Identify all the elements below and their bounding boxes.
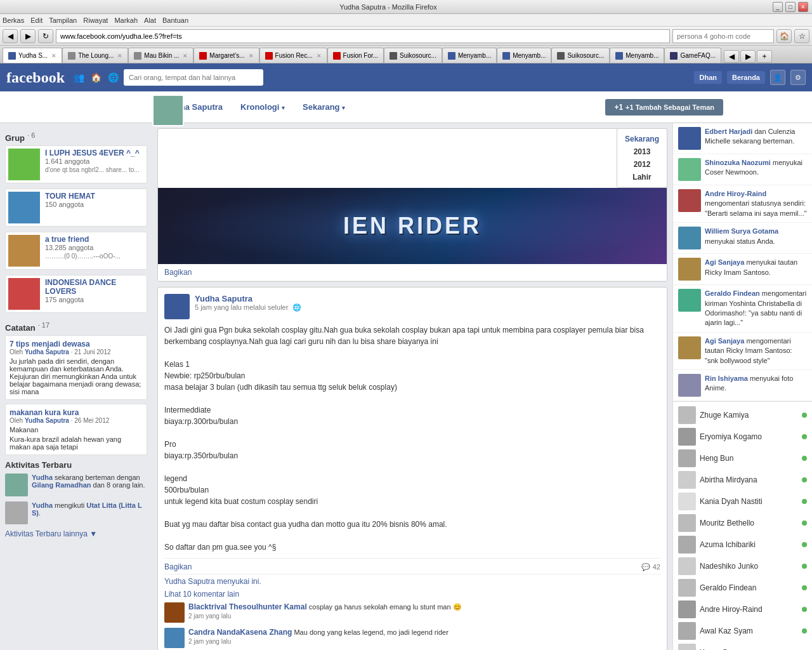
fb-friends-icon[interactable]: 👤 — [770, 70, 785, 85]
fb-home-button[interactable]: Beranda — [727, 71, 765, 84]
tab-scroll-right[interactable]: ▶ — [740, 50, 756, 63]
tab-mau-bikin[interactable]: Mau Bikin ... ✕ — [128, 48, 193, 63]
af-name[interactable]: Agi Sanjaya — [705, 258, 744, 266]
browser-tabs: Yudha S... ✕ The Loung... ✕ Mau Bikin ..… — [0, 46, 812, 63]
window-controls[interactable]: _ □ ✕ — [773, 2, 808, 12]
online-name[interactable]: Andre Hiroy-Raind — [700, 605, 798, 614]
online-name[interactable]: Nadeshiko Junko — [700, 562, 798, 571]
restore-button[interactable]: □ — [785, 2, 796, 12]
online-name[interactable]: Kania Dyah Nastiti — [700, 497, 798, 506]
address-bar[interactable] — [56, 29, 670, 43]
af-name[interactable]: Williem Surya Gotama — [705, 227, 778, 235]
fb-profile-nav: Yudha Saputra Kronologi ▾ Sekarang ▾ +1 … — [0, 91, 812, 123]
close-button[interactable]: ✕ — [798, 2, 808, 12]
activity-link[interactable]: Yudha — [32, 501, 53, 509]
tab-scroll-left[interactable]: ◀ — [724, 50, 739, 63]
tab-fusion-for[interactable]: Fusion For... — [327, 48, 384, 63]
tab-yudha[interactable]: Yudha S... ✕ — [3, 48, 62, 63]
fb-search[interactable] — [124, 69, 263, 86]
tab-menyamb3[interactable]: Menyamb... — [610, 48, 664, 63]
note-author[interactable]: Yudha Saputra — [25, 348, 69, 355]
timeline-years-box: Sekarang 2013 2012 Lahir — [617, 128, 667, 188]
bookmark-button[interactable]: ☆ — [794, 29, 809, 43]
post-avatar — [164, 294, 190, 319]
refresh-button[interactable]: ↻ — [38, 29, 53, 43]
note-content: Ju jurlah pada diri sendiri, dengan kema… — [10, 357, 143, 395]
menu-tampilan[interactable]: Tampilan — [49, 17, 77, 24]
note-title[interactable]: 7 tips menjadi dewasa — [10, 340, 143, 348]
profile-kronologi-tab[interactable]: Kronologi ▾ — [233, 97, 292, 117]
menu-riwayat[interactable]: Riwayat — [83, 17, 108, 24]
profile-sekarang-tab[interactable]: Sekarang ▾ — [295, 97, 353, 117]
like-text[interactable]: Yudha Saputra menyukai ini. — [164, 577, 660, 586]
menu-bantuan[interactable]: Bantuan — [162, 17, 188, 24]
tab-gamefaq[interactable]: GameFAQ... — [664, 48, 721, 63]
globe-icon: 🌐 — [292, 303, 301, 311]
add-friend-button[interactable]: +1 +1 Tambah Sebagai Teman — [605, 99, 723, 116]
activity-person-link[interactable]: Gilang Ramadhan — [32, 481, 91, 489]
fb-settings-icon[interactable]: ⚙ — [790, 70, 806, 85]
af-name[interactable]: Geraldo Findean — [705, 289, 760, 297]
tab-suiko1[interactable]: Suikosourc... — [384, 48, 442, 63]
fb-user-button[interactable]: Dhan — [694, 71, 722, 84]
post-footer: Bagikan 💬 42 — [164, 558, 660, 571]
note-title[interactable]: makanan kura kura — [10, 408, 143, 417]
comment-icon: 💬 — [641, 563, 650, 571]
online-name[interactable]: Zhuge Kamiya — [700, 411, 798, 420]
tab-fusion-rec[interactable]: Fusion Rec... ✕ — [259, 48, 327, 63]
af-item: Williem Surya Gotama menyukai status And… — [673, 223, 812, 254]
tab-lounge[interactable]: The Loung... ✕ — [62, 48, 128, 63]
menu-markah[interactable]: Markah — [114, 17, 138, 24]
back-button[interactable]: ◀ — [3, 29, 18, 43]
comment-user[interactable]: Blacktrival Thesoulhunter Kamal — [188, 602, 307, 611]
fb-main: Grup · 6 I LUPH JESUS 4EVER ^_^ 1.641 an… — [0, 123, 812, 650]
online-name[interactable]: Eryomiya Kogamo — [700, 432, 798, 441]
globe-icon: 🌐 — [108, 72, 119, 83]
group-name[interactable]: TOUR HEMAT — [45, 192, 144, 201]
activity-link[interactable]: Yudha — [32, 474, 53, 481]
menu-alat[interactable]: Alat — [144, 17, 156, 24]
af-name[interactable]: Andre Hiroy-Raind — [705, 190, 766, 197]
af-item: Rin Ishiyama menyukai foto Anime. — [673, 370, 812, 401]
activity-more-link[interactable]: Aktivitas Terbaru lainnya ▼ — [5, 529, 147, 538]
search-bar[interactable] — [672, 29, 774, 43]
share-button-2[interactable]: Bagikan — [164, 562, 192, 571]
af-name[interactable]: Agi Sanjaya — [705, 337, 744, 345]
online-name[interactable]: Heng Bun — [700, 454, 798, 463]
group-name[interactable]: INDONESIA DANCE LOVERS — [45, 278, 144, 296]
forward-button[interactable]: ▶ — [20, 29, 36, 43]
af-text: Rin Ishiyama menyukai foto Anime. — [705, 374, 807, 394]
share-link-1[interactable]: Bagikan — [158, 264, 667, 281]
fb-search-input[interactable] — [124, 69, 263, 86]
online-name[interactable]: Awal Kaz Syam — [700, 627, 798, 635]
af-name[interactable]: Shinozuka Naozumi — [705, 159, 771, 166]
online-avatar — [678, 557, 696, 575]
group-name[interactable]: a true friend — [45, 235, 144, 244]
minimize-button[interactable]: _ — [773, 2, 783, 12]
menu-berkas[interactable]: Berkas — [3, 17, 24, 24]
post-author-name[interactable]: Yudha Saputra — [195, 294, 301, 303]
activity-title: Aktivitas Terbaru — [5, 460, 72, 470]
tab-suiko2[interactable]: Suikosourc... — [551, 48, 610, 63]
comment-user[interactable]: Candra NandaKasena Zhang — [188, 628, 292, 637]
year-2012[interactable]: 2012 — [621, 158, 663, 171]
year-2013[interactable]: 2013 — [621, 145, 663, 158]
year-lahir[interactable]: Lahir — [621, 171, 663, 183]
new-tab-button[interactable]: + — [757, 50, 772, 63]
menu-edit[interactable]: Edit — [30, 17, 43, 24]
group-name[interactable]: I LUPH JESUS 4EVER ^_^ — [45, 149, 144, 157]
online-name[interactable]: Azuma Ichibariki — [700, 540, 798, 549]
af-item: Agi Sanjaya mengomentari tautan Ricky Im… — [673, 333, 812, 370]
tab-margaret[interactable]: Margaret's... ✕ — [193, 48, 259, 63]
note-author[interactable]: Yudha Saputra — [25, 417, 69, 424]
home-button[interactable]: 🏠 — [776, 29, 792, 43]
online-name[interactable]: Abirtha Mirdyana — [700, 475, 798, 484]
tab-menyamb1[interactable]: Menyamb... — [442, 48, 497, 63]
year-current[interactable]: Sekarang — [621, 133, 663, 145]
tab-menyamb2[interactable]: Menyamb... — [497, 48, 551, 63]
online-name[interactable]: Mouritz Bethello — [700, 519, 798, 527]
view-more-comments[interactable]: Lihat 10 komentar lain — [164, 590, 660, 599]
af-name[interactable]: Edbert Harjadi — [705, 128, 752, 135]
af-name[interactable]: Rin Ishiyama — [705, 375, 748, 382]
online-name[interactable]: Geraldo Findean — [700, 583, 798, 592]
